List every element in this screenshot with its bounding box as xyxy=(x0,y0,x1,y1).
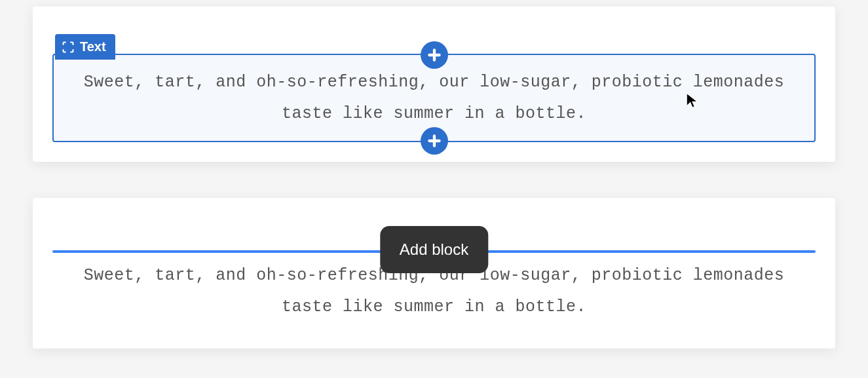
add-block-above-button[interactable] xyxy=(421,41,448,69)
block-type-label[interactable]: Text xyxy=(55,34,115,60)
text-block-content: Sweet, tart, and oh-so-refreshing, our l… xyxy=(84,266,785,316)
editor-card-selected: Text Sweet, tart, and oh-so-refreshing, … xyxy=(33,7,835,162)
mask xyxy=(288,13,613,34)
mask xyxy=(567,210,613,223)
add-block-tooltip[interactable]: Add block xyxy=(380,226,488,273)
cursor-icon xyxy=(685,89,700,106)
mask xyxy=(288,204,583,225)
tooltip-text: Add block xyxy=(400,240,468,258)
selection-icon xyxy=(62,41,75,54)
text-block-selected[interactable]: Sweet, tart, and oh-so-refreshing, our l… xyxy=(52,54,816,142)
text-block-content: Sweet, tart, and oh-so-refreshing, our l… xyxy=(84,73,785,123)
block-type-text: Text xyxy=(80,39,106,54)
add-block-below-button[interactable] xyxy=(421,127,448,155)
editor-card-hover: Add block Sweet, tart, and oh-so-refresh… xyxy=(33,198,835,349)
